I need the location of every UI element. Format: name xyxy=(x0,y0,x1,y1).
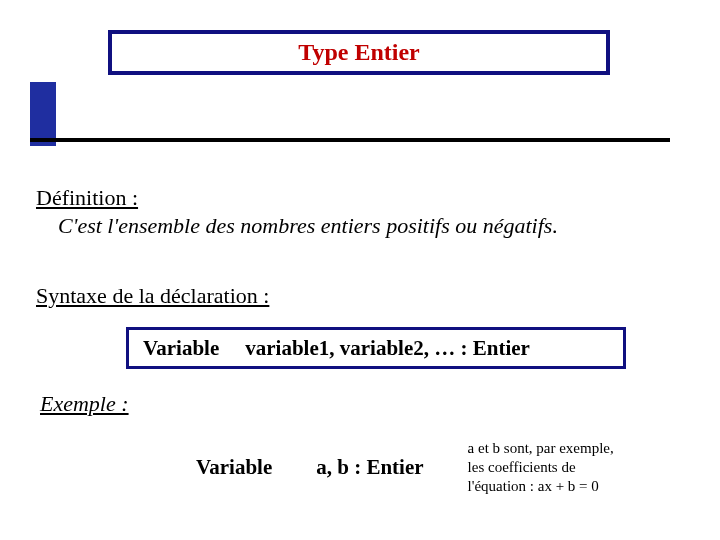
example-note-line3: l'équation : ax + b = 0 xyxy=(468,477,614,496)
example-keyword: Variable xyxy=(196,455,272,480)
definition-label: Définition : xyxy=(36,185,696,211)
page-title: Type Entier xyxy=(298,39,420,66)
example-label: Exemple : xyxy=(40,391,696,417)
example-note-line2: les coefficients de xyxy=(468,458,614,477)
example-declaration: a, b : Entier xyxy=(316,455,423,480)
syntax-declaration: variable1, variable2, … : Entier xyxy=(245,336,530,361)
syntax-box: Variable variable1, variable2, … : Entie… xyxy=(126,327,626,369)
definition-text: C'est l'ensemble des nombres entiers pos… xyxy=(58,213,696,239)
syntax-keyword: Variable xyxy=(143,336,219,361)
corner-horizontal-line xyxy=(30,138,670,142)
title-box: Type Entier xyxy=(108,30,610,75)
decorative-corner xyxy=(30,82,90,162)
example-note: a et b sont, par exemple, les coefficien… xyxy=(468,439,614,495)
corner-vertical-bar xyxy=(30,82,56,146)
example-row: Variable a, b : Entier a et b sont, par … xyxy=(196,439,696,495)
syntax-label: Syntaxe de la déclaration : xyxy=(36,283,696,309)
example-note-line1: a et b sont, par exemple, xyxy=(468,439,614,458)
content-area: Définition : C'est l'ensemble des nombre… xyxy=(36,185,696,495)
